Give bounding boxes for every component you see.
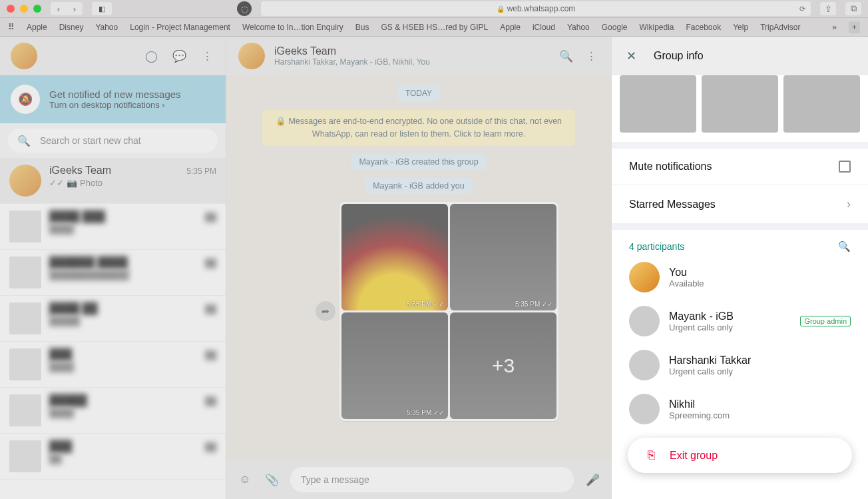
- date-pill: TODAY: [397, 85, 440, 102]
- chat-list-item[interactable]: ████ █████████: [0, 204, 226, 250]
- bookmark-item[interactable]: Apple: [500, 23, 521, 32]
- participant-row[interactable]: YouAvailable: [612, 255, 868, 299]
- chat-title: iGeeks Team: [274, 45, 430, 57]
- sidebar-toggle[interactable]: ◧: [92, 2, 112, 15]
- message-image-more[interactable]: +3: [450, 312, 556, 419]
- bookmark-item[interactable]: Yelp: [733, 23, 748, 32]
- message-image[interactable]: 5:35 PM ✓✓: [341, 204, 448, 310]
- privacy-icon[interactable]: ◌: [237, 1, 252, 16]
- status-icon[interactable]: ◯: [143, 48, 159, 64]
- window-minimize[interactable]: [20, 5, 28, 13]
- notify-subtitle: Turn on desktop notifications ›: [49, 100, 181, 110]
- media-thumbnails[interactable]: [612, 75, 868, 142]
- bookmarks-bar: ⠿ Apple Disney Yahoo Login - Project Man…: [0, 18, 868, 37]
- message-image[interactable]: 5:35 PM ✓✓: [450, 204, 556, 310]
- chat-list-item[interactable]: ███████: [0, 434, 226, 480]
- encryption-notice[interactable]: 🔒 Messages are end-to-end encrypted. No …: [262, 110, 575, 146]
- participant-row[interactable]: Mayank - iGBUrgent calls only Group admi…: [612, 299, 868, 343]
- chat-time: 5:35 PM: [186, 167, 216, 176]
- bookmark-item[interactable]: Yahoo: [95, 23, 118, 32]
- reload-icon[interactable]: ⟳: [799, 5, 805, 13]
- chat-list-item[interactable]: ██████ ███████████████████: [0, 250, 226, 296]
- notify-title: Get notified of new messages: [49, 89, 181, 100]
- share-icon[interactable]: ⇪: [820, 2, 836, 15]
- search-field[interactable]: [40, 135, 208, 146]
- chat-list-item[interactable]: ████ █████████: [0, 296, 226, 342]
- avatar: [629, 306, 660, 336]
- exit-label: Exit group: [670, 450, 718, 462]
- bookmark-item[interactable]: Facebook: [686, 23, 722, 32]
- url-text: web.whatsapp.com: [507, 4, 576, 13]
- chat-subtitle: Harshanki Takkar, Mayank - iGB, Nikhil, …: [274, 57, 430, 67]
- bookmark-item[interactable]: TripAdvisor: [760, 23, 800, 32]
- browser-titlebar: ‹ › ◧ ◌ 🔒 web.whatsapp.com ⟳ ⇪ ⧉: [0, 0, 868, 18]
- chat-list-item[interactable]: iGeeks Team5:35 PM ✓✓📷Photo: [0, 158, 226, 204]
- chat-list-item[interactable]: █████████: [0, 342, 226, 388]
- notifications-banner[interactable]: 🔕 Get notified of new messages Turn on d…: [0, 75, 226, 123]
- conversation-panel: iGeeks Team Harshanki Takkar, Mayank - i…: [226, 37, 611, 499]
- address-bar[interactable]: 🔒 web.whatsapp.com ⟳: [261, 1, 811, 16]
- mute-notifications-row[interactable]: Mute notifications: [612, 149, 868, 185]
- tabs-icon[interactable]: ⧉: [845, 2, 861, 15]
- bookmark-item[interactable]: Google: [602, 23, 628, 32]
- chat-list-panel: ◯ 💬 ⋮ 🔕 Get notified of new messages Tur…: [0, 37, 226, 499]
- window-zoom[interactable]: [33, 5, 41, 13]
- image-message[interactable]: ➦ 5:35 PM ✓✓ 5:35 PM ✓✓ 5:35 PM ✓✓ +3: [339, 202, 558, 421]
- bookmark-item[interactable]: Wikipedia: [639, 23, 674, 32]
- chat-menu-icon[interactable]: ⋮: [583, 48, 599, 64]
- mic-icon[interactable]: 🎤: [584, 472, 600, 488]
- bookmark-item[interactable]: GS & HSEB HS…red by GIPL: [381, 23, 489, 32]
- bookmark-item[interactable]: iCloud: [533, 23, 555, 32]
- forward-icon[interactable]: ➦: [316, 301, 335, 321]
- my-avatar[interactable]: [11, 43, 37, 69]
- window-close[interactable]: [7, 5, 15, 13]
- nav-back[interactable]: ‹: [51, 2, 67, 15]
- nav-forward[interactable]: ›: [67, 2, 83, 15]
- emoji-icon[interactable]: ☺: [237, 472, 253, 488]
- message-input[interactable]: [290, 467, 574, 492]
- lock-icon: 🔒: [497, 5, 505, 13]
- bookmark-item[interactable]: Disney: [59, 23, 84, 32]
- participant-row[interactable]: NikhilSpreeming.com: [612, 387, 868, 431]
- system-message: Mayank - iGB added you: [365, 178, 473, 194]
- admin-badge: Group admin: [800, 316, 851, 326]
- chat-list-item[interactable]: ███████████: [0, 388, 226, 434]
- system-message: Mayank - iGB created this group: [351, 154, 486, 170]
- bookmark-item[interactable]: Bus: [355, 23, 369, 32]
- avatar: [629, 262, 660, 292]
- bookmark-item[interactable]: Apple: [27, 23, 47, 32]
- new-chat-icon[interactable]: 💬: [171, 48, 187, 64]
- avatar: [629, 394, 660, 424]
- bell-icon: 🔕: [11, 85, 40, 114]
- new-tab-icon[interactable]: +: [849, 21, 860, 33]
- conversation-header[interactable]: iGeeks Team Harshanki Takkar, Mayank - i…: [226, 37, 611, 75]
- media-thumb[interactable]: [783, 75, 860, 133]
- starred-messages-row[interactable]: Starred Messages ›: [612, 185, 868, 223]
- group-avatar: [238, 43, 265, 69]
- menu-icon[interactable]: ⋮: [199, 48, 215, 64]
- check-icon: ✓✓: [49, 178, 64, 188]
- bookmark-item[interactable]: Yahoo: [567, 23, 590, 32]
- bookmarks-overflow[interactable]: »: [832, 23, 837, 32]
- message-image[interactable]: 5:35 PM ✓✓: [341, 312, 448, 419]
- attach-icon[interactable]: 📎: [264, 472, 280, 488]
- media-thumb[interactable]: [702, 75, 778, 133]
- close-icon[interactable]: ✕: [626, 49, 636, 63]
- apps-grid-icon[interactable]: ⠿: [8, 22, 15, 32]
- search-chat-icon[interactable]: 🔍: [558, 48, 574, 64]
- chat-avatar: [9, 165, 41, 197]
- search-input[interactable]: 🔍: [8, 129, 218, 153]
- exit-group-button[interactable]: ⎘ Exit group: [628, 438, 852, 473]
- participant-row[interactable]: Harshanki TakkarUrgent calls only: [612, 343, 868, 387]
- avatar: [629, 350, 660, 380]
- message-composer: ☺ 📎 🎤: [226, 460, 611, 499]
- camera-icon: 📷: [67, 178, 77, 188]
- exit-icon: ⎘: [648, 448, 655, 462]
- group-info-panel: ✕ Group info Mute notifications Starred …: [611, 37, 868, 499]
- search-icon: 🔍: [17, 135, 31, 147]
- search-participants-icon[interactable]: 🔍: [838, 241, 851, 252]
- media-thumb[interactable]: [620, 75, 696, 133]
- bookmark-item[interactable]: Login - Project Management: [130, 23, 230, 32]
- checkbox-icon[interactable]: [839, 161, 851, 173]
- bookmark-item[interactable]: Welcome to In…tion Enquiry: [242, 23, 343, 32]
